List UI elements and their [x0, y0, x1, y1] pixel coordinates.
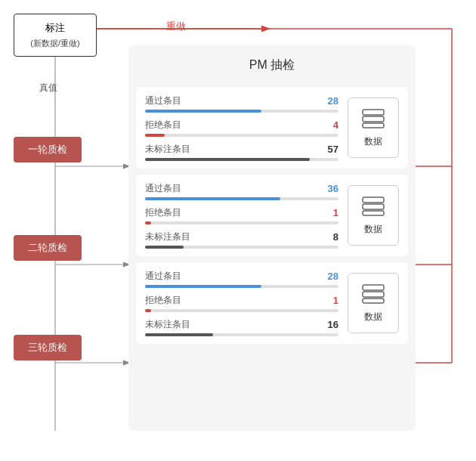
- pm-section-1: 通过条目 28 拒绝条目 4 未标注条目: [136, 87, 408, 169]
- truth-label: 真值: [39, 82, 57, 94]
- data-box-2: 数据: [348, 185, 399, 246]
- svg-rect-14: [363, 110, 384, 115]
- label-box-title: 标注: [45, 22, 65, 33]
- pm-stats-1: 通过条目 28 拒绝条目 4 未标注条目: [145, 94, 338, 161]
- stat-value: 1: [333, 295, 338, 306]
- svg-rect-15: [363, 116, 384, 122]
- stat-value: 36: [328, 183, 338, 194]
- stat-row-pass-1: 通过条目 28: [145, 94, 338, 113]
- pm-section-2: 通过条目 36 拒绝条目 1 未标注条目 8: [136, 175, 408, 256]
- diagram-container: 标注 (新数据/重做) 重做 真值 PM 抽检 通过条目 28: [0, 0, 476, 461]
- svg-rect-19: [363, 211, 384, 215]
- stat-value: 16: [328, 319, 338, 330]
- stat-label: 通过条目: [145, 182, 181, 195]
- round-2-label: 二轮质检: [28, 242, 67, 253]
- stat-value: 4: [333, 119, 338, 131]
- stat-row-reject-3: 拒绝条目 1: [145, 294, 338, 312]
- pm-stats-2: 通过条目 36 拒绝条目 1 未标注条目 8: [145, 182, 338, 249]
- stat-label: 未标注条目: [145, 143, 190, 156]
- pm-title: PM 抽检: [136, 53, 408, 79]
- stat-row-unlabeled-1: 未标注条目 57: [145, 143, 338, 161]
- stat-row-pass-2: 通过条目 36: [145, 182, 338, 200]
- stat-label: 通过条目: [145, 270, 181, 283]
- stat-value: 1: [333, 207, 338, 218]
- data-box-3: 数据: [348, 273, 399, 333]
- stat-label: 拒绝条目: [145, 294, 181, 307]
- stat-row-unlabeled-2: 未标注条目 8: [145, 230, 338, 249]
- svg-rect-20: [363, 285, 384, 290]
- round-2-box: 二轮质检: [14, 235, 82, 261]
- pm-panel: PM 抽检 通过条目 28 拒绝条目 4: [128, 45, 416, 431]
- data-label-1: 数据: [364, 135, 382, 148]
- stat-row-unlabeled-3: 未标注条目 16: [145, 318, 338, 336]
- stat-value: 8: [333, 231, 338, 243]
- svg-rect-17: [363, 197, 384, 203]
- svg-rect-18: [363, 204, 384, 209]
- svg-rect-22: [363, 299, 384, 303]
- redo-label: 重做: [166, 20, 186, 33]
- round-1-box: 一轮质检: [14, 137, 82, 162]
- data-label-3: 数据: [364, 311, 382, 323]
- round-3-label: 三轮质检: [28, 342, 67, 353]
- stat-label: 通过条目: [145, 94, 181, 107]
- stat-label: 拒绝条目: [145, 206, 181, 219]
- database-icon-3: [361, 283, 385, 308]
- database-icon-2: [361, 196, 385, 220]
- pm-section-3: 通过条目 28 拒绝条目 1 未标注条目 16: [136, 262, 408, 344]
- stat-label: 未标注条目: [145, 318, 190, 331]
- stat-value: 28: [328, 271, 338, 282]
- data-label-2: 数据: [364, 223, 382, 236]
- svg-rect-16: [363, 123, 384, 128]
- database-icon-1: [361, 108, 385, 132]
- label-box: 标注 (新数据/重做): [14, 14, 97, 57]
- round-1-label: 一轮质检: [28, 144, 67, 155]
- data-box-1: 数据: [348, 97, 399, 158]
- stat-value: 57: [328, 144, 338, 155]
- pm-stats-3: 通过条目 28 拒绝条目 1 未标注条目 16: [145, 270, 338, 336]
- stat-row-reject-1: 拒绝条目 4: [145, 119, 338, 137]
- stat-value: 28: [328, 95, 338, 107]
- round-3-box: 三轮质检: [14, 335, 82, 360]
- stat-row-reject-2: 拒绝条目 1: [145, 206, 338, 224]
- svg-rect-21: [363, 292, 384, 297]
- stat-label: 未标注条目: [145, 230, 190, 243]
- label-box-subtitle: (新数据/重做): [30, 39, 79, 48]
- stat-label: 拒绝条目: [145, 119, 181, 131]
- stat-row-pass-3: 通过条目 28: [145, 270, 338, 288]
